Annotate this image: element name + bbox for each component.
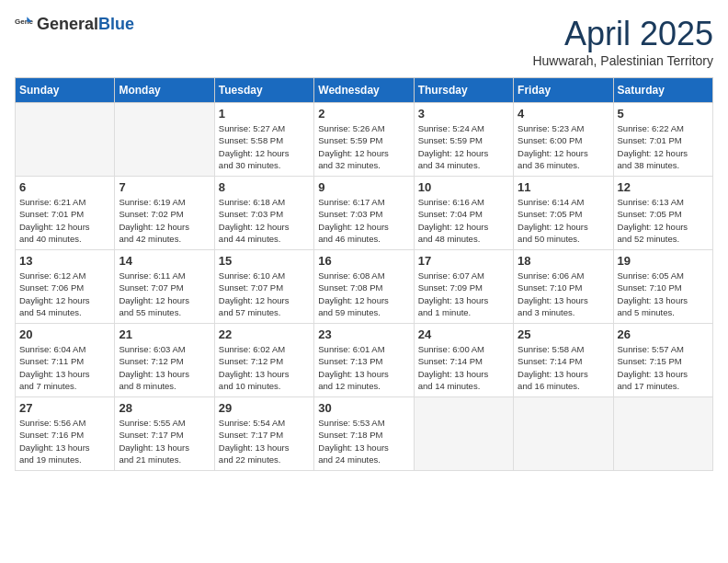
day-number: 26 — [618, 327, 709, 341]
calendar-cell: 4Sunrise: 5:23 AM Sunset: 6:00 PM Daylig… — [514, 103, 613, 177]
calendar-cell: 30Sunrise: 5:53 AM Sunset: 7:18 PM Dayli… — [314, 397, 414, 471]
calendar-cell: 21Sunrise: 6:03 AM Sunset: 7:12 PM Dayli… — [115, 324, 214, 397]
day-info: Sunrise: 5:56 AM Sunset: 7:16 PM Dayligh… — [19, 417, 110, 465]
day-number: 3 — [418, 107, 509, 121]
day-info: Sunrise: 5:27 AM Sunset: 5:58 PM Dayligh… — [219, 122, 310, 171]
calendar-cell: 6Sunrise: 6:21 AM Sunset: 7:01 PM Daylig… — [16, 177, 115, 250]
calendar-cell — [613, 397, 712, 471]
day-number: 20 — [19, 327, 110, 341]
calendar-cell — [115, 103, 214, 177]
calendar-cell: 5Sunrise: 6:22 AM Sunset: 7:01 PM Daylig… — [613, 103, 712, 177]
calendar-cell: 20Sunrise: 6:04 AM Sunset: 7:11 PM Dayli… — [16, 324, 115, 397]
calendar-cell: 17Sunrise: 6:07 AM Sunset: 7:09 PM Dayli… — [414, 250, 513, 324]
calendar-cell: 18Sunrise: 6:06 AM Sunset: 7:10 PM Dayli… — [514, 250, 613, 324]
day-number: 17 — [418, 254, 509, 268]
calendar-cell: 7Sunrise: 6:19 AM Sunset: 7:02 PM Daylig… — [115, 177, 214, 250]
day-number: 18 — [518, 254, 609, 268]
weekday-header-row: SundayMondayTuesdayWednesdayThursdayFrid… — [16, 78, 713, 103]
calendar-cell: 12Sunrise: 6:13 AM Sunset: 7:05 PM Dayli… — [613, 177, 712, 250]
calendar-table: SundayMondayTuesdayWednesdayThursdayFrid… — [15, 77, 713, 471]
calendar-cell: 14Sunrise: 6:11 AM Sunset: 7:07 PM Dayli… — [115, 250, 214, 324]
calendar-cell: 25Sunrise: 5:58 AM Sunset: 7:14 PM Dayli… — [514, 324, 613, 397]
weekday-header-monday: Monday — [115, 78, 214, 103]
day-number: 21 — [119, 327, 210, 341]
day-info: Sunrise: 5:54 AM Sunset: 7:17 PM Dayligh… — [219, 417, 310, 465]
calendar-week-row: 1Sunrise: 5:27 AM Sunset: 5:58 PM Daylig… — [16, 103, 713, 177]
day-number: 27 — [19, 401, 110, 415]
svg-text:General: General — [15, 17, 33, 26]
calendar-cell: 1Sunrise: 5:27 AM Sunset: 5:58 PM Daylig… — [214, 103, 313, 177]
day-info: Sunrise: 6:03 AM Sunset: 7:12 PM Dayligh… — [119, 343, 210, 392]
logo: General GeneralBlue — [15, 15, 134, 34]
day-info: Sunrise: 6:16 AM Sunset: 7:04 PM Dayligh… — [418, 196, 509, 245]
day-info: Sunrise: 5:24 AM Sunset: 5:59 PM Dayligh… — [418, 122, 509, 171]
day-info: Sunrise: 6:18 AM Sunset: 7:03 PM Dayligh… — [219, 196, 310, 245]
day-info: Sunrise: 5:58 AM Sunset: 7:14 PM Dayligh… — [518, 343, 609, 392]
weekday-header-thursday: Thursday — [414, 78, 513, 103]
calendar-header: SundayMondayTuesdayWednesdayThursdayFrid… — [16, 78, 713, 103]
calendar-cell: 15Sunrise: 6:10 AM Sunset: 7:07 PM Dayli… — [214, 250, 313, 324]
location-title: Huwwarah, Palestinian Territory — [532, 53, 713, 68]
weekday-header-friday: Friday — [514, 78, 613, 103]
day-info: Sunrise: 6:14 AM Sunset: 7:05 PM Dayligh… — [518, 196, 609, 245]
weekday-header-saturday: Saturday — [613, 78, 712, 103]
weekday-header-wednesday: Wednesday — [314, 78, 414, 103]
day-info: Sunrise: 6:13 AM Sunset: 7:05 PM Dayligh… — [618, 196, 709, 245]
day-info: Sunrise: 6:10 AM Sunset: 7:07 PM Dayligh… — [219, 270, 310, 318]
day-info: Sunrise: 6:06 AM Sunset: 7:10 PM Dayligh… — [518, 270, 609, 318]
calendar-cell: 29Sunrise: 5:54 AM Sunset: 7:17 PM Dayli… — [214, 397, 313, 471]
calendar-cell: 24Sunrise: 6:00 AM Sunset: 7:14 PM Dayli… — [414, 324, 513, 397]
day-number: 2 — [318, 107, 409, 121]
calendar-cell — [16, 103, 115, 177]
day-number: 22 — [219, 327, 310, 341]
day-number: 12 — [618, 180, 709, 194]
calendar-cell: 28Sunrise: 5:55 AM Sunset: 7:17 PM Dayli… — [115, 397, 214, 471]
logo-text-general: General — [37, 15, 98, 33]
day-info: Sunrise: 6:04 AM Sunset: 7:11 PM Dayligh… — [19, 343, 110, 392]
day-number: 15 — [219, 254, 310, 268]
day-info: Sunrise: 6:00 AM Sunset: 7:14 PM Dayligh… — [418, 343, 509, 392]
calendar-week-row: 20Sunrise: 6:04 AM Sunset: 7:11 PM Dayli… — [16, 324, 713, 397]
day-info: Sunrise: 6:07 AM Sunset: 7:09 PM Dayligh… — [418, 270, 509, 318]
calendar-cell: 8Sunrise: 6:18 AM Sunset: 7:03 PM Daylig… — [214, 177, 313, 250]
calendar-cell: 22Sunrise: 6:02 AM Sunset: 7:12 PM Dayli… — [214, 324, 313, 397]
calendar-body: 1Sunrise: 5:27 AM Sunset: 5:58 PM Daylig… — [16, 103, 713, 471]
logo-text-blue: Blue — [98, 15, 134, 33]
day-number: 29 — [219, 401, 310, 415]
header: General GeneralBlue April 2025 Huwwarah,… — [15, 15, 713, 68]
day-info: Sunrise: 6:11 AM Sunset: 7:07 PM Dayligh… — [119, 270, 210, 318]
day-info: Sunrise: 6:08 AM Sunset: 7:08 PM Dayligh… — [318, 270, 409, 318]
calendar-cell: 9Sunrise: 6:17 AM Sunset: 7:03 PM Daylig… — [314, 177, 414, 250]
calendar-week-row: 13Sunrise: 6:12 AM Sunset: 7:06 PM Dayli… — [16, 250, 713, 324]
day-info: Sunrise: 5:23 AM Sunset: 6:00 PM Dayligh… — [518, 122, 609, 171]
calendar-week-row: 6Sunrise: 6:21 AM Sunset: 7:01 PM Daylig… — [16, 177, 713, 250]
day-number: 1 — [219, 107, 310, 121]
day-number: 13 — [19, 254, 110, 268]
calendar-cell: 2Sunrise: 5:26 AM Sunset: 5:59 PM Daylig… — [314, 103, 414, 177]
day-number: 5 — [618, 107, 709, 121]
day-info: Sunrise: 6:17 AM Sunset: 7:03 PM Dayligh… — [318, 196, 409, 245]
day-info: Sunrise: 6:22 AM Sunset: 7:01 PM Dayligh… — [618, 122, 709, 171]
day-info: Sunrise: 6:19 AM Sunset: 7:02 PM Dayligh… — [119, 196, 210, 245]
calendar-cell: 16Sunrise: 6:08 AM Sunset: 7:08 PM Dayli… — [314, 250, 414, 324]
day-number: 10 — [418, 180, 509, 194]
day-number: 7 — [119, 180, 210, 194]
title-section: April 2025 Huwwarah, Palestinian Territo… — [532, 15, 713, 68]
day-number: 28 — [119, 401, 210, 415]
calendar-cell: 10Sunrise: 6:16 AM Sunset: 7:04 PM Dayli… — [414, 177, 513, 250]
day-info: Sunrise: 6:02 AM Sunset: 7:12 PM Dayligh… — [219, 343, 310, 392]
day-number: 24 — [418, 327, 509, 341]
day-number: 19 — [618, 254, 709, 268]
calendar-cell: 11Sunrise: 6:14 AM Sunset: 7:05 PM Dayli… — [514, 177, 613, 250]
weekday-header-tuesday: Tuesday — [214, 78, 313, 103]
day-number: 30 — [318, 401, 409, 415]
day-info: Sunrise: 6:05 AM Sunset: 7:10 PM Dayligh… — [618, 270, 709, 318]
calendar-cell — [514, 397, 613, 471]
day-info: Sunrise: 6:21 AM Sunset: 7:01 PM Dayligh… — [19, 196, 110, 245]
day-number: 9 — [318, 180, 409, 194]
calendar-cell: 3Sunrise: 5:24 AM Sunset: 5:59 PM Daylig… — [414, 103, 513, 177]
day-info: Sunrise: 5:57 AM Sunset: 7:15 PM Dayligh… — [618, 343, 709, 392]
day-info: Sunrise: 5:53 AM Sunset: 7:18 PM Dayligh… — [318, 417, 409, 465]
logo-icon: General — [15, 16, 33, 34]
calendar-cell — [414, 397, 513, 471]
